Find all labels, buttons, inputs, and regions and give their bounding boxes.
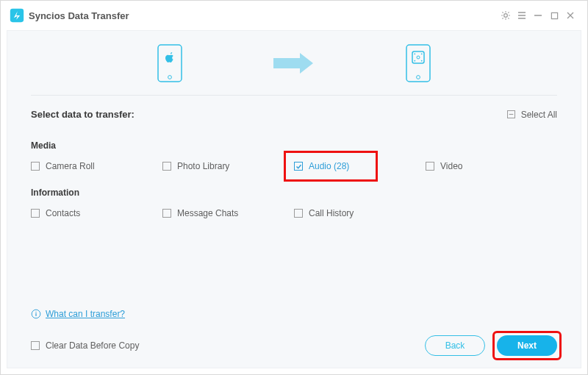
checkbox-photo-library[interactable]: Photo Library (162, 161, 229, 171)
back-button[interactable]: Back (425, 335, 485, 356)
gear-icon (501, 10, 511, 21)
svg-point-13 (35, 312, 36, 312)
checkbox-clear-data[interactable]: Clear Data Before Copy (31, 340, 139, 351)
checkbox-box-icon (507, 110, 515, 118)
checkbox-box-icon (31, 162, 40, 171)
checkbox-call-history[interactable]: Call History (294, 208, 354, 218)
checkbox-label: Call History (309, 208, 354, 218)
section-title-media: Media (31, 140, 557, 151)
svg-point-11 (421, 60, 423, 61)
app-window: Syncios Data Transfer Select data to tra… (0, 0, 588, 375)
checkbox-video[interactable]: Video (426, 161, 462, 171)
svg-point-7 (417, 56, 420, 59)
tutorial-highlight-audio (284, 151, 378, 182)
menu-icon (517, 11, 526, 20)
checkbox-label: Contacts (46, 208, 80, 218)
svg-point-10 (414, 60, 415, 61)
checkbox-box-icon (162, 209, 171, 218)
footer: Clear Data Before Copy Back Next (31, 335, 557, 356)
svg-rect-14 (35, 313, 36, 316)
svg-rect-1 (551, 12, 557, 18)
page-heading: Select data to transfer: (31, 109, 135, 120)
checkbox-box-icon (426, 162, 434, 171)
minimize-button[interactable] (530, 7, 546, 24)
app-logo-icon (10, 8, 24, 23)
maximize-icon (551, 12, 559, 20)
checkbox-label: Clear Data Before Copy (46, 340, 139, 351)
checkbox-box-icon (31, 209, 40, 218)
svg-rect-6 (412, 51, 424, 63)
svg-point-5 (417, 75, 420, 79)
app-title: Syncios Data Transfer (29, 10, 129, 21)
devices-row (31, 31, 557, 96)
checkbox-box-icon (294, 209, 303, 218)
checkbox-label: Camera Roll (46, 161, 95, 171)
help-link-row: What can I transfer? (31, 309, 125, 319)
checkbox-label: Video (440, 161, 462, 171)
select-all-label: Select All (521, 110, 557, 120)
next-button[interactable]: Next (497, 335, 557, 356)
checkbox-box-icon (162, 162, 171, 171)
checkbox-message-chats[interactable]: Message Chats (162, 208, 238, 218)
checkbox-box-icon (31, 341, 40, 350)
close-icon (566, 11, 575, 20)
close-button[interactable] (562, 7, 578, 24)
titlebar: Syncios Data Transfer (1, 1, 587, 30)
content-area: Select data to transfer: Select All Medi… (7, 30, 581, 368)
svg-point-3 (168, 75, 172, 79)
transfer-arrow-icon (270, 52, 318, 74)
svg-point-9 (421, 53, 423, 54)
checkbox-contacts[interactable]: Contacts (31, 208, 80, 218)
maximize-button[interactable] (546, 7, 562, 24)
target-phone-icon (406, 44, 431, 82)
settings-button[interactable] (498, 7, 514, 24)
menu-button[interactable] (514, 7, 530, 24)
checkbox-camera-roll[interactable]: Camera Roll (31, 161, 95, 171)
svg-point-8 (414, 53, 415, 54)
section-title-information: Information (31, 188, 557, 198)
help-link[interactable]: What can I transfer? (46, 309, 125, 319)
source-phone-icon (157, 44, 182, 82)
checkbox-label: Photo Library (177, 161, 229, 171)
media-section: Media Camera Roll Photo Library Audio (2… (31, 140, 557, 171)
select-all-checkbox[interactable]: Select All (507, 110, 557, 120)
information-section: Information Contacts Message Chats Call … (31, 188, 557, 218)
info-icon (31, 309, 41, 319)
minimize-icon (534, 11, 542, 20)
checkbox-label: Message Chats (177, 208, 238, 218)
